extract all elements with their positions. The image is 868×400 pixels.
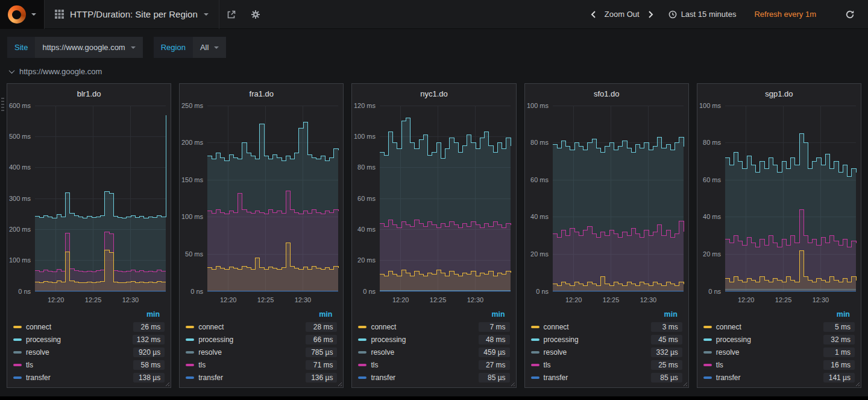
legend-series-label[interactable]: transfer xyxy=(544,373,647,382)
legend-header-min[interactable]: min xyxy=(13,310,165,320)
legend-header-min[interactable]: min xyxy=(531,310,682,320)
legend-header-min[interactable]: min xyxy=(703,310,855,320)
legend-min-value: 3 ms xyxy=(651,322,682,332)
chevron-down-icon xyxy=(9,68,15,74)
legend-series-tls: tls71 ms xyxy=(186,358,337,371)
legend-series-tls: tls16 ms xyxy=(703,358,855,371)
dashboard-row-toggle[interactable]: https://www.google.com xyxy=(10,67,102,76)
grafana-menu-button[interactable] xyxy=(0,0,45,29)
legend-series-resolve: resolve920 µs xyxy=(13,346,165,358)
grafana-logo-icon xyxy=(8,5,26,24)
series-color-icon xyxy=(13,326,22,328)
panels-row: blr1.do0 ns100 ms200 ms300 ms400 ms500 m… xyxy=(0,76,868,388)
zoom-out-button[interactable]: Zoom Out xyxy=(601,10,643,19)
y-axis-tick-label: 200 ms xyxy=(181,139,204,146)
panel-title[interactable]: sgp1.do xyxy=(697,84,861,100)
legend-series-label[interactable]: connect xyxy=(26,323,129,331)
legend-series-label[interactable]: processing xyxy=(26,335,128,344)
x-axis-tick-label: 12:30 xyxy=(295,296,312,303)
legend-series-label[interactable]: connect xyxy=(544,323,647,331)
legend-series-label[interactable]: processing xyxy=(198,335,301,344)
legend-series-label[interactable]: transfer xyxy=(26,373,129,382)
legend: minconnect28 msprocessing66 msresolve785… xyxy=(180,310,343,384)
panel-title[interactable]: sfo1.do xyxy=(525,84,688,100)
panel-sgp1.do: sgp1.do0 ns20 ms40 ms60 ms80 ms100 ms12:… xyxy=(697,83,861,388)
series-color-icon xyxy=(186,376,194,379)
panel-title[interactable]: fra1.do xyxy=(180,84,343,100)
refresh-interval-picker[interactable]: Refresh every 1m xyxy=(746,10,825,19)
legend-series-label[interactable]: tls xyxy=(198,361,301,369)
dashboard-picker[interactable]: HTTP/Duration: Site per Region xyxy=(45,0,219,29)
legend-series-label[interactable]: tls xyxy=(26,361,129,369)
x-axis-tick-label: 12:25 xyxy=(257,296,274,303)
y-axis-tick-label: 100 ms xyxy=(9,256,31,264)
legend-series-processing: processing66 ms xyxy=(186,333,337,346)
legend-min-value: 27 ms xyxy=(479,360,510,370)
legend-series-label[interactable]: transfer xyxy=(716,373,819,382)
dashboard-title: HTTP/Duration: Site per Region xyxy=(70,9,198,19)
legend-series-label[interactable]: resolve xyxy=(371,348,474,357)
timeseries-chart[interactable]: 0 ns20 ms40 ms60 ms80 ms100 ms120 ms12:2… xyxy=(352,100,515,308)
x-axis-tick-label: 12:30 xyxy=(640,296,656,303)
legend-series-label[interactable]: tls xyxy=(371,361,474,369)
legend-header-min[interactable]: min xyxy=(186,310,337,320)
y-axis-tick-label: 20 ms xyxy=(530,250,549,258)
y-axis-tick-label: 0 ns xyxy=(190,288,203,295)
x-axis-tick-label: 12:20 xyxy=(565,296,582,303)
panel-title[interactable]: blr1.do xyxy=(7,84,171,100)
series-color-icon xyxy=(186,351,194,354)
legend-series-label[interactable]: connect xyxy=(716,323,819,331)
x-axis-tick-label: 12:20 xyxy=(220,296,237,303)
legend-header-min[interactable]: min xyxy=(358,310,509,320)
share-button[interactable] xyxy=(219,0,244,29)
timeseries-chart[interactable]: 0 ns100 ms200 ms300 ms400 ms500 ms600 ms… xyxy=(7,100,171,308)
legend-min-value: 132 ms xyxy=(133,335,165,344)
legend-series-label[interactable]: processing xyxy=(544,335,647,344)
timeseries-chart[interactable]: 0 ns50 ms100 ms150 ms200 ms250 ms12:2012… xyxy=(180,100,343,308)
variable-site: Site https://www.google.com xyxy=(7,37,143,58)
navbar: HTTP/Duration: Site per Region xyxy=(0,0,868,29)
time-shift-forward-button[interactable] xyxy=(643,0,659,29)
legend-series-label[interactable]: tls xyxy=(716,361,819,369)
legend-min-value: 26 ms xyxy=(133,322,165,332)
y-axis-tick-label: 600 ms xyxy=(9,102,31,109)
time-controls: Zoom Out Last 15 minutes Refresh every 1… xyxy=(585,0,868,29)
legend-series-label[interactable]: connect xyxy=(371,323,474,331)
legend-min-value: 136 µs xyxy=(306,373,337,383)
legend-series-label[interactable]: connect xyxy=(198,323,301,331)
time-shift-back-button[interactable] xyxy=(585,0,601,29)
legend-series-label[interactable]: resolve xyxy=(26,348,129,357)
refresh-button[interactable] xyxy=(839,0,861,29)
region-dropdown[interactable]: All xyxy=(193,37,226,58)
time-range-picker[interactable]: Last 15 minutes xyxy=(659,10,746,19)
legend-series-label[interactable]: tls xyxy=(544,361,647,369)
legend-series-label[interactable]: resolve xyxy=(544,348,647,357)
legend-series-label[interactable]: processing xyxy=(716,335,819,344)
panel-title[interactable]: nyc1.do xyxy=(352,84,515,100)
timeseries-chart[interactable]: 0 ns20 ms40 ms60 ms80 ms100 ms12:2012:25… xyxy=(525,100,688,308)
legend: minconnect5 msprocessing32 msresolve1 ms… xyxy=(697,310,861,384)
legend-min-value: 138 µs xyxy=(133,373,165,383)
y-axis-tick-label: 20 ms xyxy=(703,250,721,258)
legend-series-label[interactable]: resolve xyxy=(198,348,301,357)
legend-series-resolve: resolve1 ms xyxy=(703,346,855,358)
legend-series-label[interactable]: resolve xyxy=(716,348,819,357)
legend-series-resolve: resolve459 µs xyxy=(358,346,509,358)
y-axis-tick-label: 0 ns xyxy=(363,288,376,295)
legend-series-label[interactable]: transfer xyxy=(371,373,474,382)
y-axis-tick-label: 100 ms xyxy=(699,102,722,109)
x-axis-tick-label: 12:25 xyxy=(430,296,447,303)
series-color-icon xyxy=(703,351,712,354)
clock-icon xyxy=(668,10,677,19)
row-drag-handle[interactable] xyxy=(1,98,4,111)
legend-min-value: 45 ms xyxy=(651,335,682,344)
y-axis-tick-label: 0 ns xyxy=(708,288,721,295)
timeseries-chart[interactable]: 0 ns20 ms40 ms60 ms80 ms100 ms12:2012:25… xyxy=(697,100,861,308)
legend-series-label[interactable]: processing xyxy=(371,335,474,344)
legend-series-label[interactable]: transfer xyxy=(198,373,301,382)
legend-series-processing: processing32 ms xyxy=(703,333,855,346)
settings-button[interactable] xyxy=(244,0,268,29)
series-line-processing xyxy=(35,115,166,218)
panel-fra1.do: fra1.do0 ns50 ms100 ms150 ms200 ms250 ms… xyxy=(179,83,344,388)
site-dropdown[interactable]: https://www.google.com xyxy=(35,37,142,58)
